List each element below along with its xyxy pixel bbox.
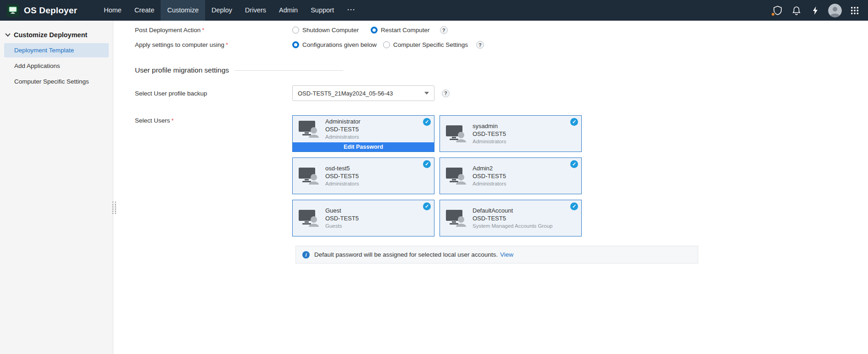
user-avatar[interactable] (828, 4, 842, 17)
apply-settings-label: Apply settings to computer using* (135, 41, 292, 48)
user-computer-name: OSD-TEST5 (325, 214, 359, 222)
user-card-defaultaccount[interactable]: DefaultAccount OSD-TEST5 System Managed … (440, 200, 582, 236)
selected-check-icon[interactable]: ✓ (423, 118, 431, 126)
section-divider (234, 70, 343, 71)
user-computer-icon (298, 167, 319, 185)
bell-glyph (792, 6, 801, 15)
section-user-profile-migration: User profile migration settings (135, 66, 868, 74)
user-computer-icon (298, 209, 319, 227)
required-asterisk: * (202, 27, 204, 34)
user-cards-grid: Administrator OSD-TEST5 Administrators ✓… (292, 115, 582, 236)
label-text: Post Deployment Action (135, 27, 200, 34)
user-computer-name: OSD-TEST5 (325, 172, 359, 180)
nav-item-deploy[interactable]: Deploy (205, 0, 239, 21)
radio-restart-computer[interactable]: Restart Computer (371, 27, 430, 34)
nav-item-home[interactable]: Home (97, 0, 128, 21)
row-apply-settings: Apply settings to computer using* Config… (135, 41, 868, 49)
user-group: Guests (325, 222, 359, 230)
sidebar-item-deployment-template[interactable]: Deployment Template (4, 43, 109, 57)
default-password-info-bar: i Default password will be assigned for … (295, 246, 698, 264)
radio-unselected-icon[interactable] (292, 27, 299, 34)
notification-bell-icon[interactable] (790, 5, 802, 17)
user-computer-icon (445, 125, 467, 142)
profile-backup-dropdown[interactable]: OSD-TEST5_21May2024_05-56-43 (292, 85, 434, 101)
user-card-text: Guest OSD-TEST5 Guests (325, 207, 359, 230)
radio-unselected-icon[interactable] (383, 41, 390, 48)
topbar-right-icons (772, 4, 861, 17)
flash-glyph (812, 6, 818, 15)
selected-check-icon[interactable]: ✓ (423, 160, 431, 168)
user-card-osd-test5[interactable]: osd-test5 OSD-TEST5 Administrators ✓ (292, 157, 434, 194)
nav-item-drivers[interactable]: Drivers (239, 0, 273, 21)
user-name: Guest (325, 207, 359, 214)
app-title: OS Deployer (24, 6, 77, 16)
nav-item-create[interactable]: Create (128, 0, 161, 21)
dropdown-selected-value: OSD-TEST5_21May2024_05-56-43 (298, 90, 393, 97)
selected-check-icon[interactable]: ✓ (570, 202, 578, 210)
help-icon[interactable]: ? (440, 26, 448, 34)
nav-item-customize[interactable]: Customize (161, 0, 205, 21)
user-group: Administrators (473, 138, 506, 145)
user-card-administrator[interactable]: Administrator OSD-TEST5 Administrators ✓… (292, 115, 434, 152)
view-link[interactable]: View (500, 251, 513, 258)
user-name: osd-test5 (325, 164, 359, 172)
radio-label: Shutdown Computer (302, 27, 359, 34)
top-navigation-bar: OS Deployer Home Create Customize Deploy… (0, 0, 868, 21)
selected-check-icon[interactable]: ✓ (570, 160, 578, 168)
nav-item-support[interactable]: Support (304, 0, 340, 21)
apps-grid-icon[interactable] (849, 5, 861, 17)
radio-label: Configurations given below (302, 41, 377, 48)
user-computer-icon (445, 209, 467, 227)
sidebar-item-add-applications[interactable]: Add Applications (4, 59, 109, 73)
help-icon[interactable]: ? (476, 41, 484, 49)
user-group: Administrators (325, 133, 361, 140)
radio-configurations-given-below[interactable]: Configurations given below (292, 41, 377, 48)
user-computer-icon (298, 120, 319, 138)
sidebar-section-customize-deployment[interactable]: Customize Deployment (6, 31, 113, 39)
avatar-glyph (828, 4, 842, 17)
nav-item-admin[interactable]: Admin (273, 0, 304, 21)
alert-badge-dot (771, 12, 775, 17)
pane-resize-handle[interactable] (112, 202, 116, 214)
row-info: i Default password will be assigned for … (295, 246, 868, 264)
label-text: Select Users (135, 117, 170, 124)
radio-selected-icon[interactable] (371, 27, 378, 34)
radio-computer-specific-settings[interactable]: Computer Specific Settings (383, 41, 468, 48)
left-sidebar: Customize Deployment Deployment Template… (0, 21, 113, 354)
radio-selected-icon[interactable] (292, 41, 299, 48)
sidebar-item-computer-specific-settings[interactable]: Computer Specific Settings (4, 74, 109, 89)
edit-password-button[interactable]: Edit Password (293, 142, 434, 152)
label-text: Apply settings to computer using (135, 41, 224, 48)
required-asterisk: * (172, 117, 174, 124)
nav-more-menu-icon[interactable]: ⋯ (340, 0, 362, 21)
user-card-text: Administrator OSD-TEST5 Administrators (325, 118, 361, 140)
radio-label: Computer Specific Settings (393, 41, 468, 48)
row-select-users: Select Users* Administrator OSD-TEST5 Ad… (135, 115, 868, 236)
post-deployment-radio-group: Shutdown Computer Restart Computer ? (292, 26, 448, 34)
security-shield-icon[interactable] (772, 5, 784, 17)
user-group: Administrators (473, 180, 506, 187)
app-logo-icon[interactable] (6, 4, 19, 17)
help-icon[interactable]: ? (442, 90, 450, 97)
quick-actions-flash-icon[interactable] (809, 5, 821, 17)
info-text: Default password will be assigned for se… (314, 251, 498, 258)
user-name: sysadmin (473, 122, 506, 130)
section-title: User profile migration settings (135, 66, 229, 74)
user-card-text: sysadmin OSD-TEST5 Administrators (473, 122, 506, 145)
info-icon: i (302, 251, 310, 258)
required-asterisk: * (226, 41, 228, 48)
chevron-down-icon (5, 31, 10, 36)
selected-check-icon[interactable]: ✓ (423, 202, 431, 210)
apply-settings-radio-group: Configurations given below Computer Spec… (292, 41, 484, 49)
profile-backup-label: Select User profile backup (135, 90, 292, 97)
user-card-sysadmin[interactable]: sysadmin OSD-TEST5 Administrators ✓ (440, 115, 582, 152)
user-computer-icon (445, 167, 467, 185)
selected-check-icon[interactable]: ✓ (570, 118, 578, 126)
user-name: DefaultAccount (473, 207, 553, 214)
radio-shutdown-computer[interactable]: Shutdown Computer (292, 27, 359, 34)
grid-glyph (851, 7, 858, 14)
user-card-text: Admin2 OSD-TEST5 Administrators (473, 164, 506, 187)
user-card-guest[interactable]: Guest OSD-TEST5 Guests ✓ (292, 200, 434, 236)
user-card-admin2[interactable]: Admin2 OSD-TEST5 Administrators ✓ (440, 157, 582, 194)
user-card-text: osd-test5 OSD-TEST5 Administrators (325, 164, 359, 187)
